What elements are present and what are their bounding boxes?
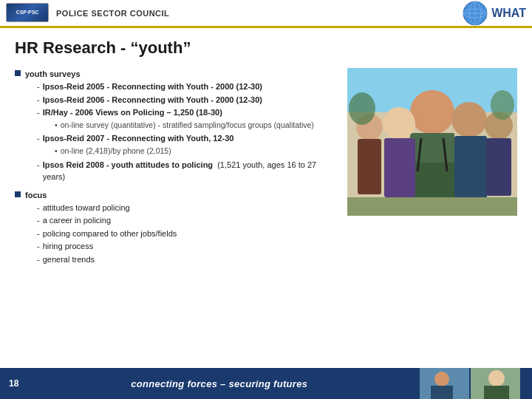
- text-section: youth surveys - Ipsos-Reid 2005 - Reconn…: [15, 68, 335, 270]
- globe-icon: [462, 0, 488, 27]
- bullet-label-focus: focus: [25, 191, 47, 200]
- footer: 18 connecting forces – securing futures: [0, 368, 532, 399]
- list-item: • on-line survey (quantitative) - strati…: [55, 120, 335, 132]
- svg-rect-15: [454, 136, 487, 199]
- svg-rect-13: [384, 138, 415, 197]
- list-item: - policing compared to other jobs/fields: [37, 228, 177, 240]
- footer-image-1: [420, 368, 469, 399]
- content-area: youth surveys - Ipsos-Reid 2005 - Reconn…: [15, 68, 517, 270]
- list-item: - attitudes toward policing: [37, 202, 177, 214]
- header-what: WHAT: [462, 0, 526, 27]
- list-item: - Ipsos Reid 2008 - youth attitudes to p…: [37, 159, 335, 183]
- list-item: - hiring process: [37, 240, 177, 253]
- header: CSP·PSC POLICE SECTOR COUNCIL WHAT: [0, 0, 532, 28]
- youth-photo: [347, 68, 517, 216]
- list-item: - IR/Hay - 2006 Views on Policing – 1,25…: [37, 106, 335, 119]
- what-label: WHAT: [491, 7, 526, 20]
- header-left: CSP·PSC POLICE SECTOR COUNCIL: [6, 3, 169, 24]
- bullet-label-youth: youth surveys: [25, 69, 81, 78]
- svg-point-24: [434, 372, 449, 386]
- list-item: - Ipsos-Reid 2006 - Reconnecting with Yo…: [37, 94, 335, 106]
- footer-image-2: [471, 368, 520, 399]
- svg-point-21: [491, 90, 514, 120]
- list-item: - Ipsos-Reid 2005 - Reconnecting with Yo…: [37, 81, 335, 93]
- svg-rect-25: [431, 386, 453, 399]
- sub-sub-list-2: • on-line (2,418)/by phone (2,015): [55, 146, 335, 157]
- youth-surveys-list: - Ipsos-Reid 2005 - Reconnecting with Yo…: [37, 81, 335, 183]
- svg-rect-17: [358, 139, 381, 194]
- bullet-focus: focus - attitudes toward policing - a ca…: [15, 189, 335, 267]
- svg-rect-28: [484, 386, 509, 399]
- header-title: POLICE SECTOR COUNCIL: [56, 9, 169, 18]
- svg-point-27: [488, 370, 505, 386]
- list-item: - Ipsos-Reid 2007 - Reconnecting with Yo…: [37, 132, 335, 145]
- main-content: HR Research - “youth” youth surveys - Ip…: [0, 28, 532, 277]
- logo: CSP·PSC: [6, 3, 50, 24]
- page-title: HR Research - “youth”: [15, 38, 517, 58]
- svg-point-20: [349, 92, 375, 125]
- list-item: - a career in policing: [37, 214, 177, 227]
- bullet-icon: [15, 191, 21, 197]
- svg-point-7: [410, 90, 454, 134]
- logo-text: CSP·PSC: [16, 10, 39, 16]
- bullet-icon: [15, 70, 21, 76]
- svg-rect-19: [486, 138, 511, 196]
- bullet-youth-surveys: youth surveys - Ipsos-Reid 2005 - Reconn…: [15, 68, 335, 185]
- footer-images: [420, 368, 523, 399]
- svg-point-14: [451, 102, 487, 137]
- svg-rect-22: [347, 197, 517, 216]
- image-area: [347, 68, 517, 270]
- svg-point-12: [383, 107, 415, 140]
- sub-sub-list: • on-line survey (quantitative) - strati…: [55, 120, 335, 132]
- footer-tagline: connecting forces – securing futures: [131, 378, 307, 389]
- svg-rect-9: [410, 133, 454, 163]
- list-item: • on-line (2,418)/by phone (2,015): [55, 146, 335, 157]
- footer-page-number: 18: [9, 378, 18, 389]
- focus-list: - attitudes toward policing - a career i…: [37, 202, 177, 266]
- list-item: - general trends: [37, 253, 177, 266]
